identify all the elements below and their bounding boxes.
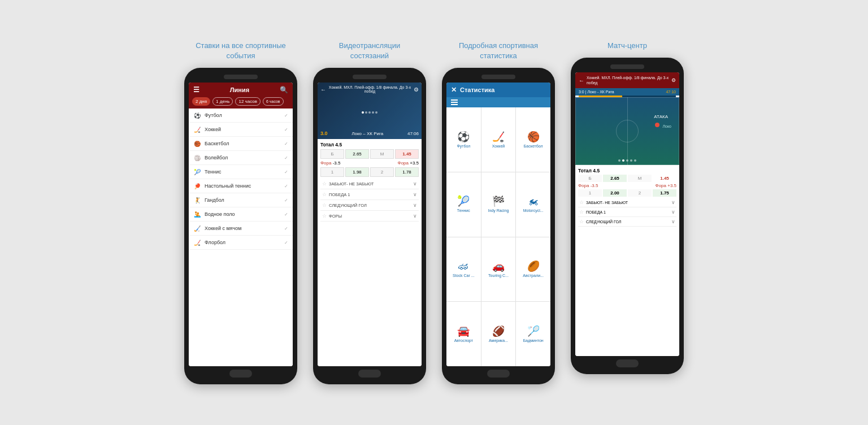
grid-indy-icon: 🏁: [492, 196, 505, 206]
grid-aussie[interactable]: 🏉 Австрали...: [516, 237, 550, 302]
tab-1day[interactable]: 1 день: [212, 97, 233, 106]
sport-item-bandy[interactable]: 🏑Хоккей с мячом ✓: [189, 222, 293, 236]
grid-hockey-icon: 🏒: [492, 132, 505, 142]
s4-chevron-2: ∨: [671, 209, 675, 215]
match-body: Тотал 4.5 Б 2.65 М 1.45 Фора -3.5 Фора +…: [575, 165, 679, 356]
s4-b-val[interactable]: 2.65: [603, 175, 627, 182]
check-floorball: ✓: [284, 240, 288, 245]
grid-autosport[interactable]: 🚘 Автоспорт: [446, 302, 481, 366]
grid-football-icon: ⚽: [457, 132, 470, 142]
s4-m-lbl: М: [628, 175, 652, 182]
sport-item-floorball[interactable]: 🏒Флорбол ✓: [189, 236, 293, 250]
s4-acc-1[interactable]: ☆ЗАБЬЮТ- НЕ ЗАБЬЮТ ∨: [578, 198, 676, 207]
sport-item-tabletennis[interactable]: 🏓Настольный теннис ✓: [189, 179, 293, 193]
s4-fv1: 1: [578, 189, 602, 197]
chevron-2: ∨: [413, 192, 417, 197]
grid-basketball[interactable]: 🏀 Баскетбол: [516, 107, 550, 172]
sport-item-hockey[interactable]: 🏒Хоккей ✓: [189, 123, 293, 137]
acc-item-3[interactable]: ☆СЛЕДУЮЩИЙ ГОЛ ∨: [320, 200, 419, 211]
back-arrow-icon-4[interactable]: ←: [579, 77, 584, 84]
fora-odds2-2[interactable]: 1.78: [395, 167, 419, 177]
waterpolo-label: Водное поло: [205, 211, 235, 217]
score-info: 3:0 | Локо - ХК Рига: [579, 90, 614, 94]
sport-item-waterpolo[interactable]: 🤽Водное поло ✓: [189, 207, 293, 222]
floorball-icon: 🏒: [193, 238, 201, 246]
grid-indy[interactable]: 🏁 Indy Racing: [481, 172, 516, 237]
phone-home-1: [229, 370, 252, 378]
s4-fo2[interactable]: 1.75: [653, 189, 676, 197]
b-val-2[interactable]: 2.65: [345, 149, 369, 159]
grid-autosport-icon: 🚘: [457, 326, 470, 336]
sport-item-handball[interactable]: 🤾Гандбол ✓: [189, 193, 293, 207]
star-icon-1: ☆: [322, 181, 327, 187]
phone-column-2: Видеотрансляции состязаний ← Хоккей. МХЛ…: [313, 41, 426, 384]
b-label-2: Б: [320, 149, 344, 159]
video-score: 3.0: [320, 131, 328, 136]
acc-item-4[interactable]: ☆ФОРЫ ∨: [320, 211, 419, 222]
grid-american[interactable]: 🏈 Америка...: [481, 302, 516, 366]
tab-6h[interactable]: 6 часов: [263, 97, 284, 106]
video-title: Хоккей. МХЛ. Плей-офф. 1/8 финала. До 3-…: [326, 85, 414, 93]
floorball-label: Флорбол: [205, 240, 225, 245]
grid-indy-label: Indy Racing: [488, 209, 509, 212]
screen1-header: ☰ Линия 🔍: [189, 83, 293, 97]
settings-icon-4[interactable]: ⚙: [671, 77, 676, 83]
s4-acc-label-2: ПОБЕДА 1: [586, 210, 606, 214]
search-icon[interactable]: 🔍: [280, 86, 288, 94]
s4-acc-3[interactable]: ☆СЛЕДУЮЩИЙ ГОЛ ∨: [578, 217, 676, 227]
s4-acc-2[interactable]: ☆ПОБЕДА 1 ∨: [578, 207, 676, 217]
video-time: 47:06: [407, 131, 419, 136]
column-title-3: Подробная спортивная статистика: [448, 41, 549, 61]
grid-tennis[interactable]: 🎾 Теннис: [446, 172, 481, 237]
sports-grid: ⚽ Футбол 🏒 Хоккей 🏀 Баскетбол 🎾 Теннис: [446, 107, 550, 366]
grid-motorcycle[interactable]: 🏍 Motorcycl...: [516, 172, 550, 237]
s4-total-row: Б 2.65 М 1.45: [578, 175, 676, 182]
hamburger-icon[interactable]: [451, 99, 458, 105]
s4-fora-plus: Фора +3.5: [656, 183, 676, 188]
s4-fv2: 2: [628, 189, 652, 197]
chevron-3: ∨: [413, 202, 417, 208]
acc-item-1[interactable]: ☆ЗАБЬЮТ- НЕ ЗАБЬЮТ ∨: [320, 179, 419, 189]
tab-12h[interactable]: 12 часов: [235, 97, 261, 106]
dot-5: [375, 111, 377, 114]
fora-minus-2: Фора -3.5: [320, 161, 340, 166]
m-val-2[interactable]: 1.45: [395, 149, 419, 159]
check-football: ✓: [284, 113, 288, 118]
grid-stockcar[interactable]: 🏎 Stock Car ...: [446, 237, 481, 302]
acc-item-2[interactable]: ☆ПОБЕДА 1 ∨: [320, 189, 419, 200]
acc-label-1: ЗАБЬЮТ- НЕ ЗАБЬЮТ: [329, 181, 374, 187]
menu-icon[interactable]: ☰: [193, 86, 199, 94]
grid-hockey[interactable]: 🏒 Хоккей: [481, 107, 516, 172]
hamburger-line-1: [451, 99, 458, 101]
check-handball: ✓: [284, 198, 288, 203]
fdot-3: [626, 159, 628, 162]
grid-american-label: Америка...: [489, 339, 508, 342]
video-overlay: ← Хоккей. МХЛ. Плей-офф. 1/8 финала. До …: [318, 83, 422, 139]
waterpolo-icon: 🤽: [193, 210, 201, 218]
sport-item-tennis[interactable]: 🎾Теннис ✓: [189, 165, 293, 179]
fdot-1: [618, 159, 620, 162]
volleyball-icon: 🏐: [193, 154, 201, 162]
page-container: Ставки на все спортивные события ☰ Линия…: [11, 41, 857, 384]
back-arrow-icon[interactable]: ←: [320, 86, 326, 93]
fora-odds1-2[interactable]: 1.98: [345, 167, 369, 177]
tab-2days[interactable]: 2 дня: [192, 97, 210, 106]
grid-hockey-label: Хоккей: [492, 144, 505, 148]
match-time: 47:10: [666, 90, 676, 94]
s4-m-val[interactable]: 1.45: [653, 175, 676, 182]
settings-icon[interactable]: ⚙: [414, 86, 419, 93]
s4-fo1[interactable]: 2.00: [603, 189, 627, 197]
s4-b-lbl: Б: [578, 175, 602, 182]
grid-touring[interactable]: 🚗 Touring C...: [481, 237, 516, 302]
bandy-label: Хоккей с мячом: [205, 225, 241, 231]
close-icon-3[interactable]: ✕: [451, 86, 457, 94]
total-label-2: Тотал 4.5: [320, 142, 419, 148]
check-volleyball: ✓: [284, 155, 288, 161]
grid-badminton-icon: 🏸: [527, 326, 540, 336]
sport-item-volleyball[interactable]: 🏐Волейбол ✓: [189, 151, 293, 165]
sport-item-football[interactable]: ⚽Футбол ✓: [189, 109, 293, 123]
grid-badminton[interactable]: 🏸 Бадминтон: [516, 302, 550, 366]
m-label-2: М: [370, 149, 394, 159]
grid-football[interactable]: ⚽ Футбол: [446, 107, 481, 172]
sport-item-basketball[interactable]: 🏀Баскетбол ✓: [189, 137, 293, 151]
